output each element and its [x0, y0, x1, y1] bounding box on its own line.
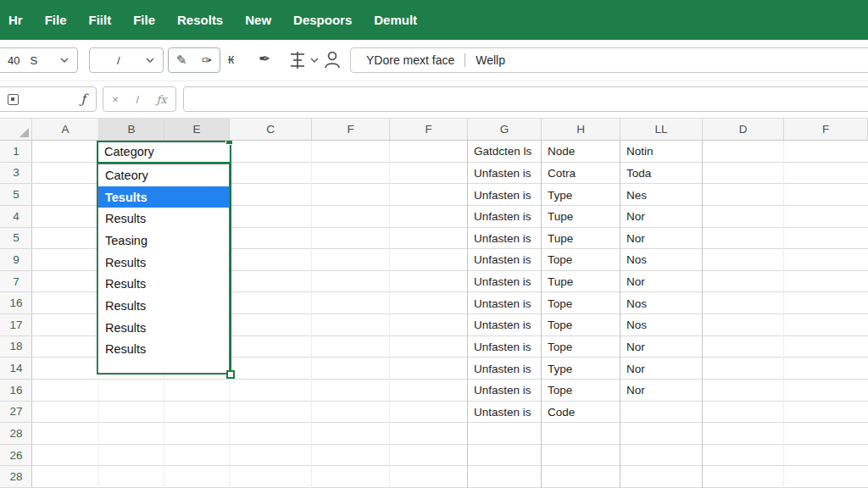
chevron-down-icon[interactable] [310, 58, 319, 63]
column-header-LL-8[interactable]: LL [620, 119, 703, 141]
column-header-D-9[interactable]: D [703, 119, 784, 141]
cell-LL4[interactable]: Nor [620, 206, 703, 228]
cell-H5[interactable]: Tupe [542, 228, 620, 250]
cell-H9[interactable]: Tope [542, 314, 620, 336]
row-header-5-4[interactable]: 5 [0, 228, 32, 250]
enter-icon[interactable]: / [136, 93, 139, 106]
menu-item-fiilt-2[interactable]: Fiilt [89, 13, 112, 27]
dropdown-item-tesults-1[interactable]: Tesults [98, 186, 229, 208]
cell-H1[interactable]: Node [542, 141, 620, 163]
menu-item-new-5[interactable]: New [245, 13, 271, 27]
cell-LL7[interactable]: Nor [620, 271, 703, 293]
cell-H2[interactable]: Cotra [542, 163, 620, 185]
menu-item-file-3[interactable]: File [133, 13, 155, 27]
cell-G9[interactable]: Untasten is [468, 314, 542, 336]
menu-item-despoors-6[interactable]: Despoors [293, 13, 352, 27]
dropdown-item-results-2[interactable]: Results [98, 208, 229, 230]
cell-LL9[interactable]: Nos [620, 314, 703, 336]
dropdown-item-results-5[interactable]: Results [98, 273, 229, 295]
column-header-A-0[interactable]: A [32, 119, 99, 141]
column-header-F-10[interactable]: F [784, 119, 868, 141]
cell-LL10[interactable]: Nor [620, 336, 703, 358]
align-center-icon[interactable] [287, 50, 308, 70]
cell-LL3[interactable]: Nes [620, 184, 703, 206]
select-all-corner[interactable] [0, 119, 32, 141]
column-header-F-4[interactable]: F [312, 119, 390, 141]
menu-item-hr-0[interactable]: Hr [8, 13, 23, 27]
column-header-E-2[interactable]: E [164, 119, 230, 141]
fill-handle[interactable] [226, 370, 235, 379]
cell-G2[interactable]: Unfasten is [468, 163, 542, 185]
row-header-28-13[interactable]: 28 [0, 423, 32, 445]
cell-H11[interactable]: Type [542, 358, 620, 380]
cell-G8[interactable]: Untasten is [468, 292, 542, 314]
grid-body[interactable]: 1354597161718141627282628 Gatdcten lsUnf… [0, 141, 868, 488]
menu-item-resolts-4[interactable]: Resolts [177, 13, 223, 27]
row-header-4-3[interactable]: 4 [0, 206, 32, 228]
column-header-H-7[interactable]: H [542, 119, 620, 141]
cell-G11[interactable]: Unfasten is [468, 358, 542, 380]
cell-H3[interactable]: Type [542, 184, 620, 206]
cell-H4[interactable]: Tupe [542, 206, 620, 228]
cell-LL5[interactable]: Nor [620, 228, 703, 250]
cell-G5[interactable]: Unfasten is [468, 228, 542, 250]
validation-dropdown[interactable]: CateoryTesultsResultsTeasingResultsResul… [97, 164, 230, 374]
cell-G7[interactable]: Unfasten is [468, 271, 542, 293]
row-header-1-0[interactable]: 1 [0, 141, 32, 163]
menu-item-demult-7[interactable]: Demult [374, 13, 417, 27]
cell-H7[interactable]: Tupe [542, 271, 620, 293]
formula-input[interactable] [183, 86, 868, 112]
dropdown-item-results-6[interactable]: Results [98, 295, 229, 317]
cell-H6[interactable]: Tope [542, 249, 620, 271]
row-header-27-12[interactable]: 27 [0, 402, 32, 424]
name-box[interactable]: ƒ [0, 86, 97, 112]
strikethrough-icon[interactable]: к [228, 53, 234, 66]
row-header-3-1[interactable]: 3 [0, 163, 32, 185]
cell-G4[interactable]: Unfasten is [468, 206, 542, 228]
row-header-9-5[interactable]: 9 [0, 249, 32, 271]
selection-top-handle[interactable] [225, 141, 233, 145]
row-header-7-6[interactable]: 7 [0, 271, 32, 293]
font-size-dropdown[interactable]: 40 S [0, 47, 78, 73]
dropdown-item-results-4[interactable]: Results [98, 252, 229, 274]
cell-LL8[interactable]: Nos [620, 292, 703, 314]
row-header-16-7[interactable]: 16 [0, 292, 32, 314]
column-header-F-5[interactable]: F [390, 119, 468, 141]
row-header-14-10[interactable]: 14 [0, 358, 32, 380]
cell-G3[interactable]: Unfasten is [468, 184, 542, 206]
cell-G10[interactable]: Unfasten is [468, 336, 542, 358]
pencil-icon[interactable]: ✎ [176, 53, 187, 68]
cell-H8[interactable]: Tope [542, 292, 620, 314]
cell-LL12[interactable]: Nor [620, 380, 703, 402]
cell-G1[interactable]: Gatdcten ls [468, 141, 542, 163]
cell-LL1[interactable]: Notin [620, 141, 703, 163]
column-header-G-6[interactable]: G [468, 119, 542, 141]
row-header-5-2[interactable]: 5 [0, 184, 32, 206]
cell-G6[interactable]: Unfasten is [468, 249, 542, 271]
column-header-C-3[interactable]: C [230, 119, 312, 141]
search-input[interactable]: YDore mext face Wellp [350, 47, 868, 73]
insert-function-icon[interactable]: ƒx [157, 93, 167, 106]
cell-H12[interactable]: Tope [542, 380, 620, 402]
row-header-26-14[interactable]: 26 [0, 445, 32, 467]
cell-LL2[interactable]: Toda [620, 163, 703, 185]
dropdown-item-cateory-0[interactable]: Cateory [98, 164, 229, 186]
row-header-28-15[interactable]: 28 [0, 466, 32, 488]
dropdown-item-results-8[interactable]: Results [98, 339, 229, 361]
cancel-icon[interactable]: × [112, 93, 119, 106]
person-icon[interactable] [323, 49, 342, 69]
cell-LL11[interactable]: Nor [620, 358, 703, 380]
cell-LL6[interactable]: Nos [620, 249, 703, 271]
cell-G12[interactable]: Unfasten is [468, 380, 542, 402]
cell-G13[interactable]: Untasten is [468, 402, 542, 424]
style-dropdown[interactable]: / [89, 47, 164, 73]
row-header-16-11[interactable]: 16 [0, 380, 32, 402]
menu-item-file-1[interactable]: File [45, 13, 67, 27]
dropdown-item-teasing-3[interactable]: Teasing [98, 230, 229, 252]
pen-icon[interactable]: ✒ [259, 52, 270, 66]
row-header-18-9[interactable]: 18 [0, 336, 32, 358]
dropdown-item-results-7[interactable]: Results [98, 317, 229, 339]
column-header-B-1[interactable]: B [99, 119, 164, 141]
active-cell-b1[interactable]: Category [99, 141, 229, 163]
cell-H13[interactable]: Code [542, 402, 620, 424]
